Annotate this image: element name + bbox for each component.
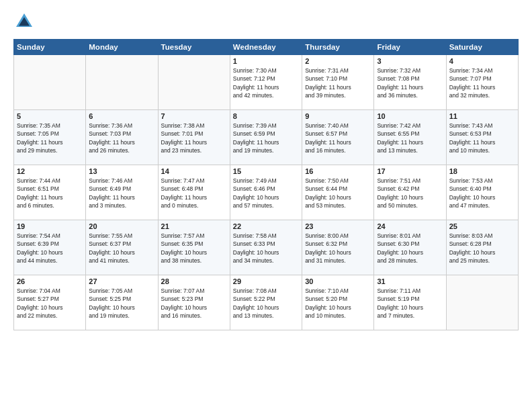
- day-cell: 4Sunrise: 7:34 AM Sunset: 7:07 PM Daylig…: [446, 55, 518, 110]
- logo-icon: [13, 11, 35, 32]
- day-cell: [14, 55, 86, 110]
- day-number: 29: [233, 277, 299, 285]
- day-info: Sunrise: 7:54 AM Sunset: 6:39 PM Dayligh…: [17, 232, 83, 265]
- day-cell: 11Sunrise: 7:43 AM Sunset: 6:53 PM Dayli…: [446, 110, 518, 165]
- day-info: Sunrise: 7:55 AM Sunset: 6:37 PM Dayligh…: [89, 232, 154, 265]
- day-number: 16: [305, 167, 371, 175]
- weekday-header-friday: Friday: [374, 40, 446, 55]
- day-cell: 25Sunrise: 8:03 AM Sunset: 6:28 PM Dayli…: [446, 220, 518, 275]
- day-cell: 14Sunrise: 7:47 AM Sunset: 6:48 PM Dayli…: [158, 165, 230, 220]
- day-cell: 10Sunrise: 7:42 AM Sunset: 6:55 PM Dayli…: [374, 110, 446, 165]
- day-cell: [158, 55, 230, 110]
- week-row-1: 1Sunrise: 7:30 AM Sunset: 7:12 PM Daylig…: [14, 55, 519, 110]
- day-info: Sunrise: 7:36 AM Sunset: 7:03 PM Dayligh…: [89, 122, 154, 154]
- day-info: Sunrise: 7:57 AM Sunset: 6:35 PM Dayligh…: [161, 232, 227, 265]
- day-cell: 18Sunrise: 7:53 AM Sunset: 6:40 PM Dayli…: [446, 165, 518, 220]
- day-number: 27: [89, 277, 154, 285]
- day-cell: 22Sunrise: 7:58 AM Sunset: 6:33 PM Dayli…: [230, 220, 302, 275]
- day-number: 30: [305, 277, 371, 285]
- day-cell: 3Sunrise: 7:32 AM Sunset: 7:08 PM Daylig…: [374, 55, 446, 110]
- day-info: Sunrise: 7:38 AM Sunset: 7:01 PM Dayligh…: [161, 122, 227, 154]
- logo: [13, 11, 38, 32]
- day-info: Sunrise: 8:03 AM Sunset: 6:28 PM Dayligh…: [449, 232, 515, 265]
- day-cell: 1Sunrise: 7:30 AM Sunset: 7:12 PM Daylig…: [230, 55, 302, 110]
- week-row-4: 19Sunrise: 7:54 AM Sunset: 6:39 PM Dayli…: [14, 220, 519, 275]
- weekday-header-monday: Monday: [86, 40, 158, 55]
- day-info: Sunrise: 7:44 AM Sunset: 6:51 PM Dayligh…: [17, 177, 83, 210]
- page: SundayMondayTuesdayWednesdayThursdayFrid…: [0, 0, 532, 337]
- day-info: Sunrise: 7:39 AM Sunset: 6:59 PM Dayligh…: [233, 122, 299, 154]
- day-number: 1: [233, 57, 299, 65]
- week-row-2: 5Sunrise: 7:35 AM Sunset: 7:05 PM Daylig…: [14, 110, 519, 165]
- day-cell: 7Sunrise: 7:38 AM Sunset: 7:01 PM Daylig…: [158, 110, 230, 165]
- day-number: 25: [449, 222, 515, 230]
- day-info: Sunrise: 7:51 AM Sunset: 6:42 PM Dayligh…: [377, 177, 443, 210]
- day-info: Sunrise: 7:07 AM Sunset: 5:23 PM Dayligh…: [161, 287, 227, 320]
- day-cell: 21Sunrise: 7:57 AM Sunset: 6:35 PM Dayli…: [158, 220, 230, 275]
- day-info: Sunrise: 7:42 AM Sunset: 6:55 PM Dayligh…: [377, 122, 443, 154]
- day-cell: 27Sunrise: 7:05 AM Sunset: 5:25 PM Dayli…: [86, 275, 158, 330]
- day-cell: 29Sunrise: 7:08 AM Sunset: 5:22 PM Dayli…: [230, 275, 302, 330]
- weekday-header-thursday: Thursday: [302, 40, 374, 55]
- day-info: Sunrise: 7:30 AM Sunset: 7:12 PM Dayligh…: [233, 66, 299, 99]
- day-info: Sunrise: 7:32 AM Sunset: 7:08 PM Dayligh…: [377, 66, 443, 99]
- week-row-5: 26Sunrise: 7:04 AM Sunset: 5:27 PM Dayli…: [14, 275, 519, 330]
- day-cell: 8Sunrise: 7:39 AM Sunset: 6:59 PM Daylig…: [230, 110, 302, 165]
- day-number: 12: [17, 167, 83, 175]
- day-number: 2: [305, 57, 371, 65]
- day-number: 22: [233, 222, 299, 230]
- day-number: 9: [305, 112, 371, 120]
- day-number: 3: [377, 57, 443, 65]
- day-cell: 5Sunrise: 7:35 AM Sunset: 7:05 PM Daylig…: [14, 110, 86, 165]
- day-cell: 30Sunrise: 7:10 AM Sunset: 5:20 PM Dayli…: [302, 275, 374, 330]
- day-info: Sunrise: 8:00 AM Sunset: 6:32 PM Dayligh…: [305, 232, 371, 265]
- day-cell: 16Sunrise: 7:50 AM Sunset: 6:44 PM Dayli…: [302, 165, 374, 220]
- day-cell: [86, 55, 158, 110]
- day-number: 11: [449, 112, 515, 120]
- day-number: 15: [233, 167, 299, 175]
- day-info: Sunrise: 7:49 AM Sunset: 6:46 PM Dayligh…: [233, 177, 299, 210]
- day-cell: 28Sunrise: 7:07 AM Sunset: 5:23 PM Dayli…: [158, 275, 230, 330]
- day-info: Sunrise: 7:47 AM Sunset: 6:48 PM Dayligh…: [161, 177, 227, 210]
- day-number: 19: [17, 222, 83, 230]
- day-info: Sunrise: 7:34 AM Sunset: 7:07 PM Dayligh…: [449, 66, 515, 99]
- day-number: 21: [161, 222, 227, 230]
- weekday-header-row: SundayMondayTuesdayWednesdayThursdayFrid…: [14, 40, 519, 55]
- day-cell: 23Sunrise: 8:00 AM Sunset: 6:32 PM Dayli…: [302, 220, 374, 275]
- day-info: Sunrise: 7:35 AM Sunset: 7:05 PM Dayligh…: [17, 122, 83, 154]
- day-cell: 19Sunrise: 7:54 AM Sunset: 6:39 PM Dayli…: [14, 220, 86, 275]
- day-info: Sunrise: 7:50 AM Sunset: 6:44 PM Dayligh…: [305, 177, 371, 210]
- day-number: 17: [377, 167, 443, 175]
- day-cell: 13Sunrise: 7:46 AM Sunset: 6:49 PM Dayli…: [86, 165, 158, 220]
- header: [13, 11, 519, 32]
- day-cell: 15Sunrise: 7:49 AM Sunset: 6:46 PM Dayli…: [230, 165, 302, 220]
- day-number: 14: [161, 167, 227, 175]
- day-number: 18: [449, 167, 515, 175]
- weekday-header-wednesday: Wednesday: [230, 40, 302, 55]
- day-info: Sunrise: 7:11 AM Sunset: 5:19 PM Dayligh…: [377, 287, 443, 320]
- day-info: Sunrise: 7:05 AM Sunset: 5:25 PM Dayligh…: [89, 287, 154, 320]
- day-cell: 31Sunrise: 7:11 AM Sunset: 5:19 PM Dayli…: [374, 275, 446, 330]
- day-cell: [446, 275, 518, 330]
- day-number: 13: [89, 167, 154, 175]
- day-number: 31: [377, 277, 443, 285]
- weekday-header-sunday: Sunday: [14, 40, 86, 55]
- week-row-3: 12Sunrise: 7:44 AM Sunset: 6:51 PM Dayli…: [14, 165, 519, 220]
- day-info: Sunrise: 7:53 AM Sunset: 6:40 PM Dayligh…: [449, 177, 515, 210]
- day-cell: 26Sunrise: 7:04 AM Sunset: 5:27 PM Dayli…: [14, 275, 86, 330]
- day-cell: 24Sunrise: 8:01 AM Sunset: 6:30 PM Dayli…: [374, 220, 446, 275]
- day-info: Sunrise: 8:01 AM Sunset: 6:30 PM Dayligh…: [377, 232, 443, 265]
- day-info: Sunrise: 7:43 AM Sunset: 6:53 PM Dayligh…: [449, 122, 515, 154]
- day-cell: 2Sunrise: 7:31 AM Sunset: 7:10 PM Daylig…: [302, 55, 374, 110]
- day-number: 7: [161, 112, 227, 120]
- day-number: 26: [17, 277, 83, 285]
- weekday-header-tuesday: Tuesday: [158, 40, 230, 55]
- calendar: SundayMondayTuesdayWednesdayThursdayFrid…: [13, 39, 519, 330]
- weekday-header-saturday: Saturday: [446, 40, 518, 55]
- day-number: 10: [377, 112, 443, 120]
- day-info: Sunrise: 7:10 AM Sunset: 5:20 PM Dayligh…: [305, 287, 371, 320]
- day-info: Sunrise: 7:58 AM Sunset: 6:33 PM Dayligh…: [233, 232, 299, 265]
- day-cell: 17Sunrise: 7:51 AM Sunset: 6:42 PM Dayli…: [374, 165, 446, 220]
- day-number: 28: [161, 277, 227, 285]
- day-number: 4: [449, 57, 515, 65]
